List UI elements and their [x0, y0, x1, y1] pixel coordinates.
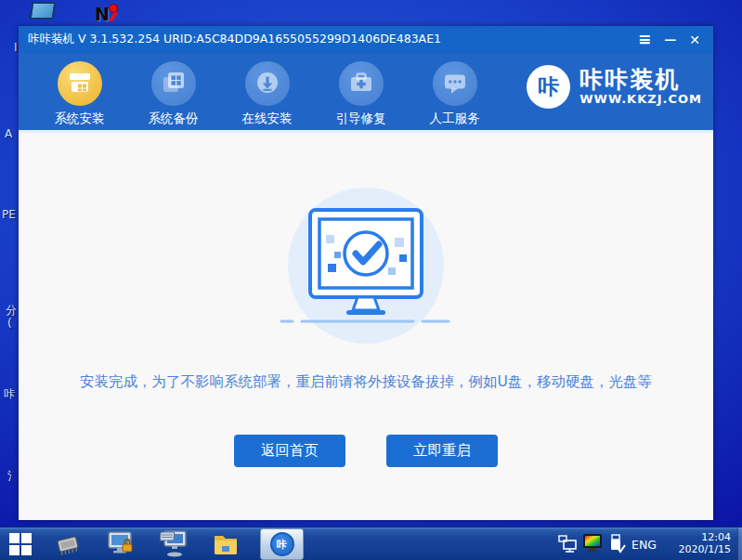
- nav-item-online-install[interactable]: 在线安装: [233, 61, 301, 127]
- content-area: 安装完成，为了不影响系统部署，重启前请将外接设备拔掉，例如U盘，移动硬盘，光盘等…: [19, 130, 713, 520]
- button-row: 返回首页 立即重启: [19, 435, 713, 467]
- restart-now-button[interactable]: 立即重启: [386, 435, 498, 467]
- nav-label: 系统备份: [139, 111, 207, 127]
- windows-logo-icon: [9, 545, 20, 555]
- windows-logo-icon: [21, 545, 32, 555]
- red-key-stem: [109, 11, 118, 22]
- nav-bar: 系统安装 系统备份: [19, 53, 713, 130]
- taskbar-kaka-app-button[interactable]: 咔: [260, 528, 304, 560]
- desktop-label-fragment: I: [14, 41, 18, 54]
- tray-clock[interactable]: 12:04 2020/1/15: [679, 531, 731, 555]
- minimize-icon[interactable]: —: [664, 33, 676, 46]
- n-letter: N: [95, 4, 110, 24]
- windows-logo-icon: [9, 533, 20, 543]
- tray-time: 12:04: [679, 531, 731, 543]
- kaka-logo-icon: 咔: [527, 65, 570, 109]
- tray-network-icon[interactable]: [558, 535, 580, 557]
- tray-date: 2020/1/15: [679, 543, 731, 555]
- download-icon: [245, 61, 290, 106]
- desktop-label-fragment: A: [5, 127, 12, 140]
- taskbar-monitor-lock-icon[interactable]: [106, 530, 136, 560]
- taskbar-file-explorer-icon[interactable]: [212, 531, 240, 560]
- brand-site: WWW.KKZJ.COM: [579, 92, 702, 106]
- tray-language-indicator[interactable]: ENG: [631, 538, 657, 552]
- monitor-check-icon: [280, 184, 452, 344]
- start-button[interactable]: [9, 533, 32, 555]
- return-home-button[interactable]: 返回首页: [234, 435, 345, 467]
- repair-toolbox-icon: [339, 61, 384, 106]
- windows-logo-icon: [21, 533, 32, 543]
- chat-icon: [433, 61, 477, 106]
- desktop-label-fragment: 氵: [7, 469, 19, 485]
- taskbar-monitor-keyboard-icon[interactable]: [160, 530, 189, 560]
- show-desktop-button[interactable]: [737, 527, 742, 560]
- desktop-monitor-icon[interactable]: [30, 2, 57, 20]
- kaka-installer-window: 咔咔装机 V 3.1.532.254 URID:A5C84DD9A1655055…: [19, 26, 713, 520]
- tray-display-color-icon[interactable]: [582, 533, 603, 557]
- nav-label: 在线安装: [233, 111, 301, 127]
- menu-icon[interactable]: ≡: [638, 32, 651, 47]
- install-box-icon: [58, 61, 102, 106]
- backup-icon: [151, 61, 196, 106]
- nav-items: 系统安装 系统备份: [46, 61, 488, 127]
- brand-logo: 咔 咔咔装机 WWW.KKZJ.COM: [527, 65, 702, 109]
- nav-item-system-install[interactable]: 系统安装: [46, 61, 113, 127]
- taskbar-chip-tool-icon[interactable]: [54, 531, 82, 560]
- desktop-label-fragment: PE: [2, 208, 16, 221]
- nav-item-boot-repair[interactable]: 引导修复: [327, 61, 395, 127]
- nav-label: 系统安装: [46, 111, 113, 127]
- nav-item-system-backup[interactable]: 系统备份: [139, 61, 207, 127]
- window-controls: ≡ — ✕: [638, 26, 700, 53]
- desktop-label-fragment: (: [7, 317, 12, 330]
- nav-label: 引导修复: [327, 111, 395, 127]
- install-complete-message: 安装完成，为了不影响系统部署，重启前请将外接设备拔掉，例如U盘，移动硬盘，光盘等: [19, 372, 713, 392]
- success-illustration: [280, 184, 452, 344]
- desktop-label-fragment: 咔: [4, 386, 15, 402]
- close-icon[interactable]: ✕: [689, 33, 700, 46]
- desktop-password-tool-icon[interactable]: N: [95, 4, 123, 26]
- nav-label: 人工服务: [421, 111, 488, 127]
- desktop: N I A PE 分 ( 咔 氵 咔咔装机 V 3.1.532.254 URID…: [0, 0, 742, 560]
- window-title: 咔咔装机 V 3.1.532.254 URID:A5C84DD9A1655055…: [28, 32, 441, 47]
- titlebar: 咔咔装机 V 3.1.532.254 URID:A5C84DD9A1655055…: [19, 26, 713, 53]
- brand-name: 咔咔装机: [579, 68, 702, 92]
- kaka-app-icon: 咔: [270, 532, 294, 556]
- tray-usb-eject-icon[interactable]: [607, 534, 626, 558]
- taskbar: 咔: [0, 527, 742, 560]
- nav-item-human-service[interactable]: 人工服务: [421, 61, 488, 127]
